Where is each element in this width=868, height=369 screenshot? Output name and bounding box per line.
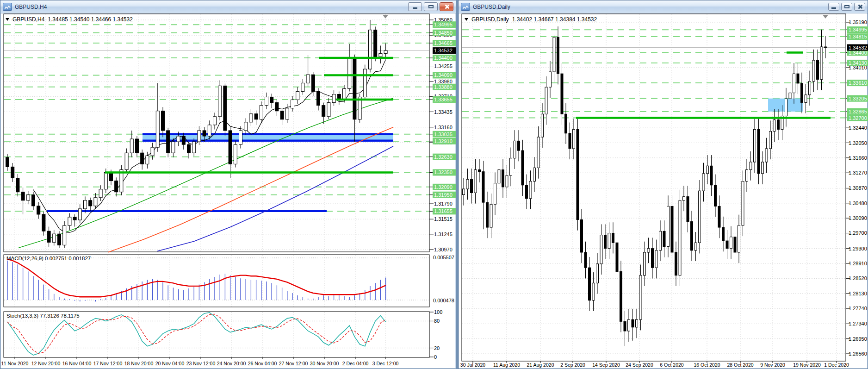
svg-text:1.33610: 1.33610 [849,80,867,86]
svg-text:11 Nov 2020: 11 Nov 2020 [1,361,29,366]
ohlc-values: 1.34402 1.34667 1.34384 1.34532 [512,16,597,23]
svg-text:21 Aug 2020: 21 Aug 2020 [527,362,554,368]
svg-text:30 Nov 20:00: 30 Nov 20:00 [310,361,339,366]
svg-text:1.31790: 1.31790 [434,201,453,206]
svg-text:1.33880: 1.33880 [434,84,453,90]
svg-text:28 Oct 2020: 28 Oct 2020 [727,362,753,368]
stoch-indicator-label: Stoch(13,3,3) 77.3126 78.1175 [6,313,80,319]
svg-text:1.31270: 1.31270 [849,170,867,175]
svg-text:1.32630: 1.32630 [434,154,453,160]
svg-text:24 Nov 20:00: 24 Nov 20:00 [217,361,246,366]
svg-text:1.34400: 1.34400 [434,55,453,61]
svg-text:11 Aug 2020: 11 Aug 2020 [493,362,520,368]
svg-text:1.27340: 1.27340 [849,321,867,326]
svg-text:1.32700: 1.32700 [849,115,867,121]
svg-text:1.31515: 1.31515 [434,216,453,222]
svg-text:27 Nov 12:00: 27 Nov 12:00 [279,361,308,366]
svg-text:0.005507: 0.005507 [433,255,454,260]
svg-text:26 Nov 04:00: 26 Nov 04:00 [248,361,277,366]
svg-text:1.27740: 1.27740 [849,306,867,311]
h4-price-scale: 1.350801.348051.342551.339801.337101.334… [429,17,456,252]
svg-text:1.33035: 1.33035 [434,131,453,137]
svg-text:80: 80 [434,318,440,324]
svg-text:1.34995: 1.34995 [849,27,867,32]
svg-text:20 Nov 04:00: 20 Nov 04:00 [155,361,185,366]
svg-text:6 Oct 2020: 6 Oct 2020 [660,362,684,368]
symbol-period-label: GBPUSD,H4 [12,16,44,23]
svg-text:1.29700: 1.29700 [849,230,867,236]
svg-text:0.000478: 0.000478 [433,298,454,303]
svg-text:1.29300: 1.29300 [849,246,867,251]
svg-text:20: 20 [434,345,440,351]
svg-text:23 Nov 12:00: 23 Nov 12:00 [186,361,216,366]
svg-text:100: 100 [434,309,442,315]
svg-text:1.34255: 1.34255 [434,63,453,69]
svg-text:19 Nov 2020: 19 Nov 2020 [793,362,821,368]
daily-price-scale: 1.351901.340101.324401.320501.316601.312… [846,19,868,356]
svg-text:1.30480: 1.30480 [849,200,867,206]
svg-text:1.28520: 1.28520 [849,275,867,281]
expander-arrow-icon[interactable] [6,18,9,21]
svg-text:1.34815: 1.34815 [849,34,867,39]
svg-text:1.33435: 1.33435 [434,109,453,115]
svg-text:1.32865: 1.32865 [849,109,867,114]
svg-text:12 Nov 20:00: 12 Nov 20:00 [31,361,61,366]
svg-text:14 Sep 2020: 14 Sep 2020 [592,362,620,368]
daily-time-axis: 30 Jul 202011 Aug 202021 Aug 20202 Sep 2… [460,361,849,368]
svg-text:1.35190: 1.35190 [849,19,867,25]
svg-text:1.32350: 1.32350 [434,169,453,175]
svg-text:1.31245: 1.31245 [434,231,453,237]
ohlc-values: 1.34485 1.34540 1.34466 1.34532 [48,16,133,23]
symbol-period-label: GBPUSD,Daily [471,16,509,23]
svg-text:2 Dec 04:00: 2 Dec 04:00 [342,361,369,366]
svg-text:1.33205: 1.33205 [849,96,867,101]
charts-canvas[interactable]: 1.350801.348051.342551.339801.337101.334… [0,0,868,369]
svg-text:1.32090: 1.32090 [434,184,453,190]
svg-text:1.33160: 1.33160 [434,125,453,130]
ohlc-header-h4[interactable]: GBPUSD,H4 1.34485 1.34540 1.34466 1.3453… [6,16,133,23]
svg-text:1.34130: 1.34130 [849,60,867,66]
svg-text:1.34665: 1.34665 [434,40,453,46]
svg-text:1.28910: 1.28910 [849,261,867,266]
svg-text:1.32050: 1.32050 [849,140,867,146]
svg-text:3 Dec 12:00: 3 Dec 12:00 [372,361,399,366]
ohlc-header-daily[interactable]: GBPUSD,Daily 1.34402 1.34667 1.34384 1.3… [465,16,597,23]
svg-text:1.30970: 1.30970 [434,247,453,252]
svg-text:16 Nov 04:00: 16 Nov 04:00 [62,361,92,366]
svg-text:1.31655: 1.31655 [434,208,453,214]
svg-text:1.30090: 1.30090 [849,215,867,221]
svg-text:0: 0 [434,354,437,360]
svg-text:24 Sep 2020: 24 Sep 2020 [626,362,653,368]
svg-text:1.31950: 1.31950 [434,192,453,198]
svg-text:1.26560: 1.26560 [849,351,867,356]
svg-text:1.30870: 1.30870 [849,185,867,191]
svg-text:1.26950: 1.26950 [849,336,867,342]
svg-text:1.34532: 1.34532 [849,45,867,50]
svg-text:1 Dec 2020: 1 Dec 2020 [824,362,849,368]
svg-text:1.32910: 1.32910 [434,138,453,144]
svg-text:1.32440: 1.32440 [849,125,867,131]
svg-text:1.34532: 1.34532 [434,48,453,53]
svg-text:9 Nov 2020: 9 Nov 2020 [760,362,785,368]
svg-text:2 Sep 2020: 2 Sep 2020 [560,362,585,368]
svg-text:1.33980: 1.33980 [434,79,453,84]
svg-text:1.34995: 1.34995 [434,22,453,27]
svg-text:17 Nov 12:00: 17 Nov 12:00 [93,361,123,366]
mt4-workspace: { "workspace": {"bg_color": "#7291b4"}, … [0,0,868,369]
svg-text:16 Oct 2020: 16 Oct 2020 [694,362,720,368]
svg-text:18 Nov 20:00: 18 Nov 20:00 [124,361,154,366]
h4-time-axis: 11 Nov 202012 Nov 20:0016 Nov 04:0017 No… [1,357,399,366]
svg-text:1.33655: 1.33655 [434,97,453,102]
svg-text:30 Jul 2020: 30 Jul 2020 [460,362,485,368]
svg-text:1.34850: 1.34850 [434,30,453,36]
svg-text:1.34090: 1.34090 [434,72,453,78]
svg-text:1.28130: 1.28130 [849,291,867,296]
expander-arrow-icon[interactable] [465,18,468,21]
macd-indicator-label: MACD(12,26,9) 0.002751 0.001827 [6,256,91,261]
svg-text:1.31660: 1.31660 [849,155,867,161]
